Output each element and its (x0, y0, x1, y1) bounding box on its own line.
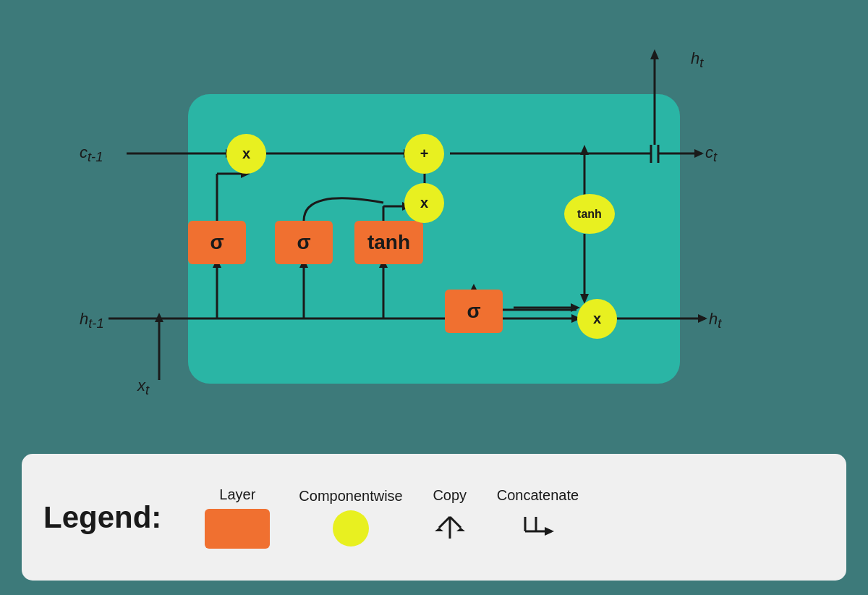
legend-orange-rect (205, 509, 270, 549)
multiply2-circle: x (404, 183, 444, 223)
legend-concatenate-label: Concatenate (497, 487, 579, 504)
tanh2-circle: tanh (564, 194, 615, 234)
legend-componentwise-label: Componentwise (299, 488, 402, 505)
multiply1-circle: x (226, 134, 266, 174)
legend-copy-item: Copy (432, 487, 468, 547)
svg-marker-9 (694, 149, 704, 158)
sigma3-block: σ (445, 290, 503, 333)
svg-marker-13 (580, 145, 589, 155)
sigma1-label: σ (210, 231, 224, 254)
tanh1-block: tanh (354, 221, 423, 264)
legend-copy-label: Copy (433, 487, 467, 504)
sigma2-label: σ (297, 231, 310, 254)
legend-copy-symbol (432, 510, 468, 547)
legend-concatenate-item: Concatenate (497, 487, 579, 547)
svg-marker-51 (545, 527, 554, 536)
multiply2-label: x (420, 195, 428, 211)
c-t-minus1-label: ct-1 (80, 143, 103, 165)
add1-label: + (420, 145, 429, 162)
add1-circle: + (404, 134, 444, 174)
h-t-right-label: ht (709, 310, 721, 332)
legend-layer-item: Layer (205, 486, 270, 549)
sigma1-block: σ (188, 221, 246, 264)
h-t-top-label: ht (691, 49, 703, 71)
legend-yellow-circle (333, 510, 369, 547)
multiply3-circle: x (577, 299, 617, 339)
svg-marker-11 (650, 49, 659, 59)
svg-marker-47 (456, 528, 465, 531)
multiply3-label: x (593, 311, 601, 327)
x-t-label: xt (137, 376, 149, 398)
svg-line-45 (450, 517, 461, 528)
legend-componentwise-item: Componentwise (299, 488, 402, 547)
sigma2-block: σ (275, 221, 333, 264)
multiply1-label: x (242, 145, 250, 162)
legend-box: Legend: Layer Componentwise Copy Concate… (22, 454, 846, 581)
legend-concat-symbol (518, 510, 558, 547)
svg-marker-27 (698, 314, 707, 323)
svg-line-44 (439, 517, 450, 528)
svg-marker-32 (155, 313, 163, 322)
legend-layer-label: Layer (219, 486, 255, 503)
tanh1-label: tanh (367, 231, 410, 254)
svg-marker-46 (435, 528, 443, 531)
sigma3-label: σ (467, 300, 480, 323)
tanh2-label: tanh (577, 208, 602, 221)
legend-title: Legend: (43, 500, 161, 535)
h-t-minus1-label: ht-1 (80, 310, 104, 332)
c-t-label: ct (705, 143, 717, 165)
